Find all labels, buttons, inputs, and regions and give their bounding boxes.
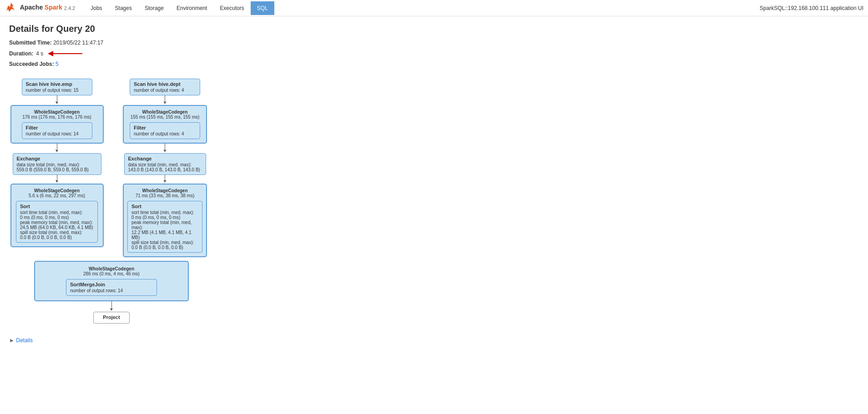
exchange-right-detail: data size total (min, med, max): 143.0 B…	[128, 162, 202, 172]
smj-detail: number of output rows: 14	[70, 288, 153, 293]
plan-two-columns: Scan hive hive.emp number of output rows…	[9, 79, 214, 257]
logo-area: Apache Spark 2.4.2	[5, 2, 75, 15]
exchange-left-node: Exchange data size total (min, med, max)…	[13, 153, 101, 175]
succeeded-jobs-value[interactable]: 5	[56, 61, 59, 67]
sort-right-detail: sort time total (min, med, max): 0 ms (0…	[131, 210, 198, 250]
nav-jobs[interactable]: Jobs	[84, 1, 108, 15]
scan-emp-detail: number of output rows: 15	[26, 88, 88, 93]
submitted-time-label: Submitted Time:	[9, 40, 52, 46]
main-nav: Jobs Stages Storage Environment Executor…	[84, 1, 274, 15]
spark-logo: Apache Spark	[5, 2, 62, 15]
project-node: Project	[93, 312, 130, 324]
wsc2-right-detail: 71 ms (33 ms, 38 ms, 38 ms)	[127, 193, 202, 198]
sort-right-title: Sort	[131, 204, 198, 209]
nav-executors[interactable]: Executors	[213, 1, 250, 15]
wsc2-left-title: WholeStageCodegen	[15, 188, 99, 193]
left-column: Scan hive hive.emp number of output rows…	[9, 79, 105, 247]
arrow-r2: ▼	[163, 148, 167, 153]
arrow-r1: ▼	[163, 100, 167, 105]
app-title: SparkSQL::192.168.100.111 application UI	[760, 5, 863, 11]
filter-left-detail: number of output rows: 14	[26, 131, 88, 136]
filter-left-title: Filter	[26, 125, 88, 130]
wsc1-right-detail: 155 ms (155 ms, 155 ms, 155 ms)	[127, 115, 202, 120]
exchange-left-detail: data size total (min, med, max): 559.0 B…	[17, 162, 97, 172]
scan-hive-dept-node: Scan hive hive.dept number of output row…	[130, 79, 200, 95]
wsc2-left-detail: 5.6 s (6 ms, 22 ms, 297 ms)	[15, 193, 99, 198]
smj-title: SortMergeJoin	[70, 282, 153, 287]
scan-dept-title: Scan hive hive.dept	[134, 81, 196, 87]
sort-left-node: Sort sort time total (min, med, max): 0 …	[16, 201, 98, 243]
scan-emp-title: Scan hive hive.emp	[26, 81, 88, 87]
version-label: 2.4.2	[64, 5, 75, 11]
wsc-stage-1-left: WholeStageCodegen 176 ms (176 ms, 176 ms…	[10, 105, 104, 144]
page-title: Details for Query 20	[9, 24, 859, 34]
details-link[interactable]: Details	[16, 337, 33, 344]
nav-storage[interactable]: Storage	[138, 1, 170, 15]
sort-merge-join-node: SortMergeJoin number of output rows: 14	[66, 279, 157, 296]
bottom-links: ► Details	[9, 337, 859, 344]
arrow-bottom: ▼	[109, 307, 114, 312]
filter-left-node: Filter number of output rows: 14	[22, 122, 92, 139]
succeeded-jobs-label: Succeeded Jobs:	[9, 61, 54, 67]
duration-row: Duration: 4 s	[9, 49, 859, 58]
wsc-bottom-title: WholeStageCodegen	[89, 266, 134, 271]
app-header: Apache Spark 2.4.2 Jobs Stages Storage E…	[0, 0, 868, 16]
succeeded-jobs-row: Succeeded Jobs: 5	[9, 60, 859, 69]
filter-right-title: Filter	[134, 125, 196, 130]
wsc-stage-2-right: WholeStageCodegen 71 ms (33 ms, 38 ms, 3…	[123, 184, 207, 257]
sort-container-right: Sort sort time total (min, med, max): 0 …	[127, 201, 202, 253]
wsc1-left-title: WholeStageCodegen	[15, 110, 99, 115]
submitted-time-row: Submitted Time: 2019/05/22 11:47:17	[9, 39, 859, 47]
wsc2-right-title: WholeStageCodegen	[127, 188, 202, 193]
filter-right-detail: number of output rows: 4	[134, 131, 196, 136]
main-content: Details for Query 20 Submitted Time: 201…	[0, 16, 868, 351]
filter-container-left: Filter number of output rows: 14	[15, 122, 99, 139]
wsc-stage-2-left: WholeStageCodegen 5.6 s (6 ms, 22 ms, 29…	[10, 184, 104, 247]
arrow-3: ▼	[55, 179, 59, 184]
scan-hive-emp-node: Scan hive hive.emp number of output rows…	[22, 79, 92, 95]
nav-sql[interactable]: SQL	[251, 1, 274, 15]
arrow-r3: ▼	[163, 179, 167, 184]
right-column: Scan hive hive.dept number of output row…	[123, 79, 207, 257]
duration-arrow-annotation	[46, 49, 87, 58]
wsc-stage-1-right: WholeStageCodegen 155 ms (155 ms, 155 ms…	[123, 105, 207, 144]
wsc-bottom-detail: 286 ms (0 ms, 4 ms, 46 ms)	[83, 271, 140, 276]
project-title: Project	[97, 314, 126, 320]
sort-container-left: Sort sort time total (min, med, max): 0 …	[15, 201, 99, 243]
scan-dept-detail: number of output rows: 4	[134, 88, 196, 93]
filter-container-right: Filter number of output rows: 4	[127, 122, 202, 139]
sort-right-node: Sort sort time total (min, med, max): 0 …	[127, 201, 202, 253]
duration-value: 4 s	[36, 50, 43, 58]
arrow-2: ▼	[55, 148, 59, 153]
svg-marker-0	[6, 3, 15, 12]
sort-left-detail: sort time total (min, med, max): 0 ms (0…	[20, 210, 94, 240]
duration-label: Duration:	[9, 50, 33, 58]
submitted-time-value: 2019/05/22 11:47:17	[53, 40, 103, 46]
wsc1-right-title: WholeStageCodegen	[127, 110, 202, 115]
wsc1-left-detail: 176 ms (176 ms, 176 ms, 176 ms)	[15, 115, 99, 120]
arrow-1: ▼	[55, 100, 59, 105]
bottom-section: WholeStageCodegen 286 ms (0 ms, 4 ms, 46…	[9, 261, 214, 324]
nav-environment[interactable]: Environment	[170, 1, 213, 15]
filter-right-node: Filter number of output rows: 4	[130, 122, 200, 139]
query-plan-wrapper: Scan hive hive.emp number of output rows…	[9, 79, 214, 324]
exchange-left-title: Exchange	[17, 156, 97, 161]
exchange-right-node: Exchange data size total (min, med, max)…	[124, 153, 206, 175]
wsc-stage-3: WholeStageCodegen 286 ms (0 ms, 4 ms, 46…	[34, 261, 189, 301]
nav-stages[interactable]: Stages	[109, 1, 138, 15]
exchange-right-title: Exchange	[128, 156, 202, 161]
sort-left-title: Sort	[20, 204, 94, 209]
